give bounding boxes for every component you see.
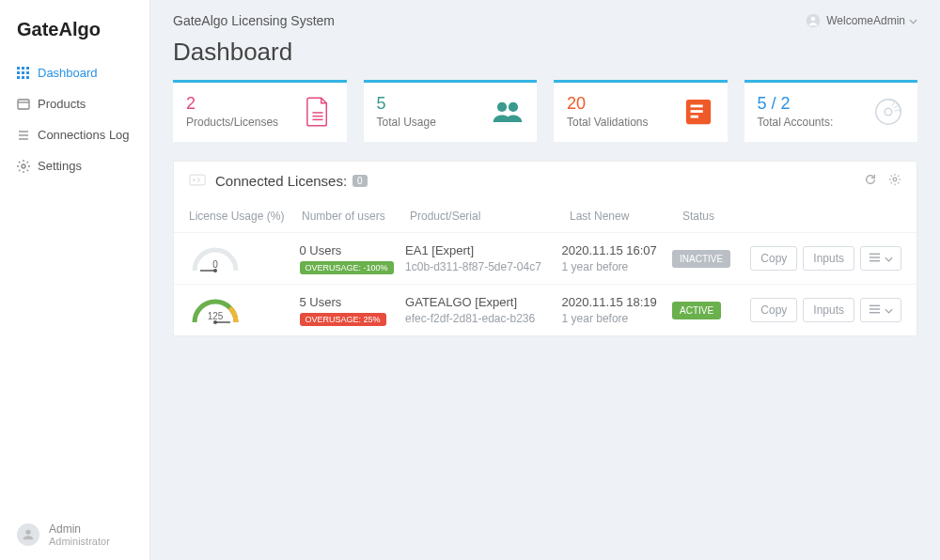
svg-line-19 [19,162,20,163]
svg-line-22 [19,169,20,170]
user-name: Admin [49,522,110,536]
user-menu[interactable]: Welcome Admin [806,13,917,28]
svg-rect-8 [26,76,29,79]
svg-point-29 [497,101,507,111]
product-name: GATEALGO [Expert] [405,295,561,309]
sidebar-item-label: Products [38,97,86,111]
users-count: 5 Users [300,295,406,309]
panel-title: Connected Licenses: 0 [215,173,853,189]
sidebar-footer: Admin Administrator [17,522,110,547]
serial-number: 1c0b-d311-8f87-5de7-04c7 [405,260,561,273]
svg-line-37 [892,101,895,106]
status-badge: ACTIVE [672,302,721,319]
svg-rect-0 [17,67,20,70]
sidebar-item-label: Dashboard [38,66,98,80]
brand-logo: GateAlgo [0,0,149,57]
copy-button[interactable]: Copy [750,298,797,322]
panel-count-badge: 0 [352,175,368,187]
col-header-users: Number of users [302,210,410,223]
sidebar-item-label: Connections Log [38,128,130,142]
serial-number: efec-f2df-2d81-edac-b236 [405,312,561,325]
gauge-value: 125 [189,311,242,321]
svg-point-42 [893,178,897,181]
card-validations: 20 Total Validations [554,80,728,142]
panel-icon [189,174,206,189]
svg-rect-7 [22,76,24,79]
renew-date: 2020.11.15 16:07 [562,243,673,257]
svg-rect-6 [17,76,20,79]
sidebar-item-connections[interactable]: Connections Log [0,119,149,150]
svg-rect-3 [17,71,20,74]
document-icon [302,96,334,128]
user-icon [806,13,821,28]
users-icon [492,96,524,128]
inputs-button[interactable]: Inputs [803,298,854,322]
svg-point-36 [885,108,892,116]
page-title: Dashboard [173,38,917,67]
list-icon [17,129,30,142]
card-products: 2 Products/Licenses [173,80,347,142]
users-count: 0 Users [300,243,406,257]
card-label: Total Usage [377,116,436,129]
renew-date: 2020.11.15 18:19 [562,295,673,309]
svg-line-48 [898,182,899,183]
gear-icon[interactable] [888,173,901,189]
table-header: License Usage (%) Number of users Produc… [174,200,916,232]
svg-rect-2 [26,67,29,70]
panel-title-text: Connected Licenses: [215,173,347,189]
main: GateAlgo Licensing System Welcome Admin … [150,0,940,560]
svg-point-30 [509,101,518,111]
svg-line-21 [27,162,28,163]
row-menu-button[interactable] [860,246,901,271]
svg-line-20 [27,169,28,170]
svg-point-41 [193,179,196,181]
renew-ago: 1 year before [562,260,673,273]
sidebar-item-dashboard[interactable]: Dashboard [0,57,149,88]
card-label: Products/Licenses [186,116,278,129]
svg-rect-1 [22,67,24,70]
table-row: 125 5 Users OVERUSAGE: 25% GATEALGO [Exp… [174,284,916,335]
svg-line-38 [894,105,899,108]
col-header-status: Status [682,210,762,223]
svg-line-50 [891,182,892,183]
card-value: 2 [186,94,278,114]
sidebar-item-products[interactable]: Products [0,88,149,119]
chevron-down-icon [885,303,893,317]
col-header-renew: Last Nenew [570,210,682,223]
chevron-down-icon [885,252,893,265]
menu-lines-icon [869,303,881,317]
svg-point-14 [22,164,25,168]
svg-point-25 [811,17,816,22]
welcome-prefix: Welcome [826,14,873,27]
svg-rect-40 [190,175,205,185]
chevron-down-icon [909,14,917,27]
svg-line-39 [895,110,901,111]
copy-button[interactable]: Copy [750,246,797,271]
refresh-icon[interactable] [864,173,877,189]
card-label: Total Accounts: [758,116,834,129]
box-icon [17,98,30,111]
product-name: EA1 [Expert] [405,243,561,257]
gauge-icon: 0 [189,242,242,274]
row-menu-button[interactable] [860,298,901,322]
card-value: 5 [377,94,436,114]
gear-icon [17,160,30,173]
col-header-usage: License Usage (%) [189,210,302,223]
inputs-button[interactable]: Inputs [803,246,854,271]
overusage-badge: OVERUSAGE: -100% [300,261,394,274]
svg-rect-9 [18,100,29,109]
svg-line-49 [898,176,899,177]
sidebar-item-settings[interactable]: Settings [0,150,149,181]
user-role: Administrator [49,536,110,547]
card-label: Total Validations [567,116,649,129]
svg-rect-34 [690,115,697,117]
disc-icon [872,96,904,128]
svg-line-47 [891,176,892,177]
svg-rect-33 [690,110,702,113]
form-icon [682,96,714,128]
svg-rect-32 [690,104,702,107]
svg-rect-4 [22,71,24,74]
status-badge: INACTIVE [672,250,730,268]
table-row: 0 0 Users OVERUSAGE: -100% EA1 [Expert] … [174,232,916,284]
col-header-serial: Product/Serial [410,210,570,223]
